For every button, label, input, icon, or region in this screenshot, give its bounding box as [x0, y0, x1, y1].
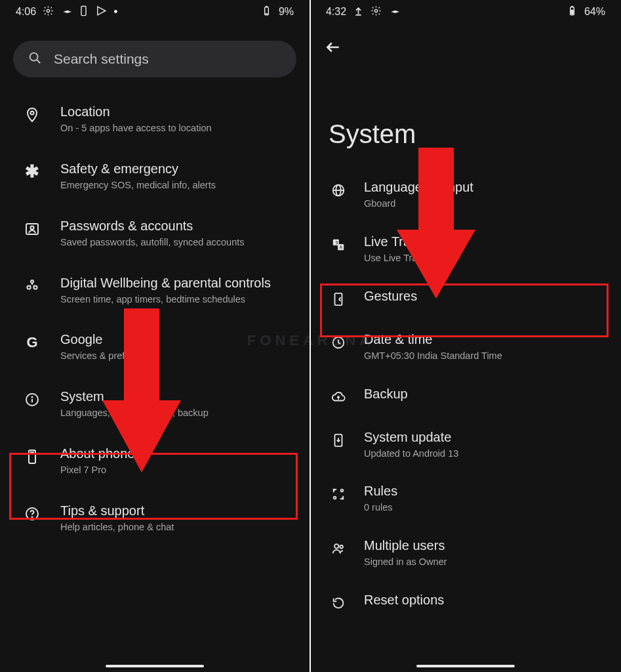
- phone-outline-icon: [24, 448, 41, 465]
- system-update-icon: [330, 432, 347, 449]
- gesture-icon: [330, 291, 347, 308]
- svg-rect-4: [266, 13, 268, 14]
- status-time: 4:06: [16, 6, 36, 18]
- item-title: Safety & emergency: [60, 161, 216, 177]
- settings-item-safety[interactable]: ✱ Safety & emergency Emergency SOS, medi…: [0, 148, 310, 205]
- item-title: Rules: [364, 483, 397, 499]
- svg-rect-1: [81, 6, 86, 15]
- item-subtitle: GMT+05:30 India Standard Time: [364, 350, 502, 362]
- upload-icon: [353, 5, 364, 19]
- svg-rect-24: [571, 10, 574, 14]
- battery-percent: 9%: [279, 6, 294, 18]
- item-title: Date & time: [364, 331, 502, 347]
- svg-rect-23: [571, 6, 573, 7]
- status-bar: 4:32 64%: [310, 0, 621, 24]
- item-subtitle: 0 rules: [364, 501, 397, 514]
- system-item-users[interactable]: Multiple users Signed in as Owner: [310, 526, 621, 580]
- users-icon: [330, 540, 347, 557]
- system-item-reset[interactable]: Reset options: [310, 580, 621, 623]
- svg-point-15: [31, 397, 32, 398]
- globe-icon: [330, 182, 347, 199]
- gear-icon: [371, 5, 382, 19]
- system-item-rules[interactable]: Rules 0 rules: [310, 471, 621, 526]
- battery-icon: [261, 5, 272, 19]
- red-arrow-right: [397, 148, 475, 299]
- rules-icon: [330, 486, 347, 503]
- settings-item-passwords[interactable]: Passwords & accounts Saved passwords, au…: [0, 205, 310, 262]
- battery-percent: 64%: [584, 6, 605, 18]
- status-time: 4:32: [326, 6, 346, 18]
- search-placeholder: Search settings: [54, 51, 149, 67]
- compass-icon: [388, 5, 399, 19]
- account-box-icon: [24, 220, 41, 238]
- svg-rect-3: [266, 6, 268, 7]
- item-subtitle: On - 5 apps have access to location: [60, 122, 212, 135]
- item-title: Tips & support: [60, 503, 174, 518]
- play-icon: [96, 5, 107, 19]
- location-pin-icon: [24, 106, 41, 123]
- gear-icon: [43, 5, 54, 19]
- svg-marker-42: [397, 230, 475, 299]
- svg-point-38: [340, 545, 343, 549]
- svg-point-0: [47, 9, 50, 12]
- item-title: Backup: [364, 386, 408, 402]
- back-arrow-icon[interactable]: [325, 39, 342, 58]
- compass-icon: [60, 5, 71, 19]
- phone-icon: [78, 5, 89, 19]
- item-title: System update: [364, 429, 458, 445]
- svg-point-37: [334, 544, 338, 548]
- item-title: Digital Wellbeing & parental controls: [60, 275, 271, 291]
- svg-point-21: [375, 9, 378, 12]
- translate-icon: 文A: [330, 236, 347, 253]
- item-subtitle: Updated to Android 13: [364, 448, 458, 460]
- search-icon: [28, 51, 42, 68]
- svg-point-10: [31, 280, 33, 283]
- dot-icon: •: [113, 5, 117, 19]
- item-subtitle: Signed in as Owner: [364, 556, 447, 568]
- svg-point-7: [31, 112, 34, 115]
- svg-point-9: [31, 226, 34, 229]
- system-item-datetime[interactable]: Date & time GMT+05:30 India Standard Tim…: [310, 320, 621, 374]
- asterisk-icon: ✱: [24, 163, 41, 180]
- item-title: Location: [60, 104, 212, 119]
- settings-item-location[interactable]: Location On - 5 apps have access to loca…: [0, 91, 310, 148]
- clock-icon: [330, 334, 347, 351]
- svg-point-5: [30, 52, 38, 60]
- item-subtitle: Emergency SOS, medical info, alerts: [60, 179, 216, 192]
- home-indicator[interactable]: [416, 665, 515, 667]
- home-indicator[interactable]: [106, 665, 204, 667]
- svg-point-35: [341, 490, 344, 492]
- item-title: Reset options: [364, 592, 444, 608]
- item-subtitle: Help articles, phone & chat: [60, 521, 174, 534]
- reset-icon: [330, 595, 347, 612]
- red-arrow-left: [102, 308, 181, 472]
- wellbeing-icon: [24, 278, 41, 295]
- system-item-backup[interactable]: Backup: [310, 374, 621, 417]
- svg-point-19: [31, 516, 32, 517]
- info-icon: [24, 391, 41, 408]
- svg-text:文: 文: [335, 240, 339, 245]
- svg-line-6: [37, 60, 40, 63]
- system-item-update[interactable]: System update Updated to Android 13: [310, 417, 621, 472]
- settings-item-tips[interactable]: Tips & support Help articles, phone & ch…: [0, 490, 310, 547]
- item-subtitle: Saved passwords, autofill, synced accoun…: [60, 236, 244, 249]
- battery-icon: [567, 5, 578, 19]
- svg-rect-32: [335, 293, 342, 305]
- system-screen: 4:32 64% System Languages & input Gboard…: [310, 0, 621, 672]
- svg-marker-40: [102, 400, 181, 472]
- svg-point-36: [334, 497, 336, 499]
- google-g-icon: G: [24, 334, 41, 351]
- cloud-upload-icon: [330, 388, 347, 406]
- svg-rect-41: [418, 148, 454, 230]
- screenshot-divider: [310, 0, 311, 672]
- item-title: Multiple users: [364, 537, 447, 553]
- item-title: Passwords & accounts: [60, 218, 244, 234]
- status-bar: 4:06 • 9%: [0, 0, 310, 24]
- help-icon: [24, 505, 41, 522]
- svg-rect-39: [124, 308, 159, 400]
- item-subtitle: Screen time, app timers, bedtime schedul…: [60, 293, 271, 306]
- svg-text:A: A: [340, 245, 343, 249]
- search-settings-bar[interactable]: Search settings: [13, 41, 296, 77]
